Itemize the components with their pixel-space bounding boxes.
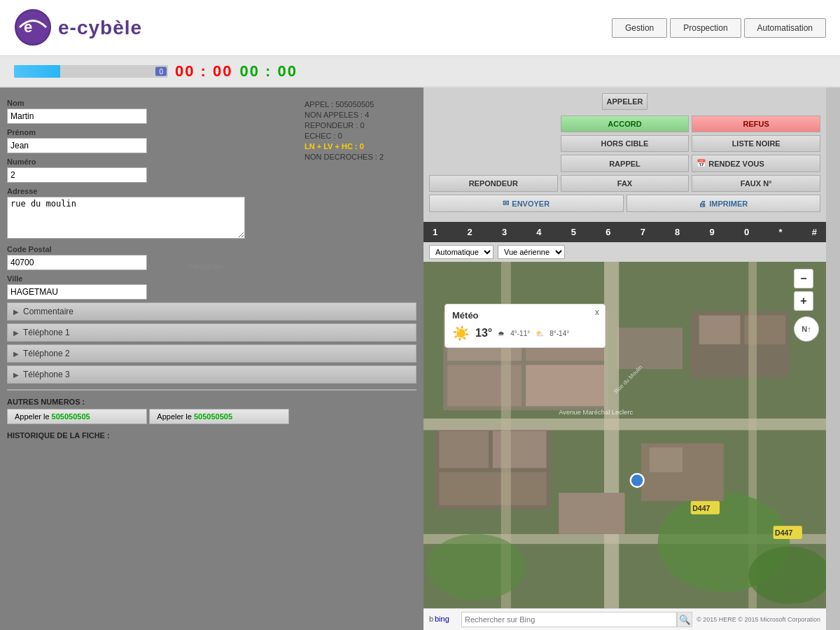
- repondeur-button[interactable]: REPONDEUR: [429, 175, 558, 192]
- nav-buttons: Gestion Prospection Automatisation: [612, 18, 826, 38]
- accordion-arrow: ▶: [13, 308, 19, 316]
- ville-label: Ville: [7, 274, 298, 283]
- call-button-1[interactable]: Appeler le 505050505: [7, 409, 147, 424]
- vue-select[interactable]: Vue aérienne: [498, 245, 565, 259]
- svg-text:b: b: [429, 615, 433, 623]
- stat-non-appeles: NON APPELES : 4: [304, 111, 416, 119]
- imprimer-button[interactable]: 🖨 IMPRIMER: [626, 195, 821, 212]
- call2-prefix: Appeler le: [157, 412, 192, 421]
- far-right-panel: [826, 88, 840, 630]
- map-bottom: bbing 🔍 © 2015 HERE © 2015 Microsoft Cor…: [424, 608, 826, 630]
- numpad-key-2[interactable]: 2: [463, 225, 475, 239]
- action-grid-accord-refus: ACCORD REFUS: [429, 115, 820, 132]
- accordion-telephone3-label: Téléphone 3: [23, 370, 70, 379]
- accordion-telephone1-label: Téléphone 1: [23, 328, 70, 337]
- timer-red: 00 : 00: [175, 62, 233, 80]
- bing-search-button[interactable]: 🔍: [677, 612, 692, 627]
- progress-bar: 0: [14, 65, 168, 78]
- numpad-key-3[interactable]: 3: [498, 225, 510, 239]
- geocoder-button[interactable]: Géocoder: [189, 262, 223, 270]
- stat-non-decroche: NON DECROCHES : 2: [304, 153, 416, 161]
- accordion-commentaire[interactable]: ▶ Commentaire: [7, 302, 416, 321]
- numero-label: Numéro: [7, 158, 298, 166]
- accord-button[interactable]: ACCORD: [561, 115, 690, 132]
- map-controls: − + N↑: [794, 269, 819, 342]
- liste-noire-button[interactable]: LISTE NOIRE: [692, 135, 820, 152]
- numpad-key-hash[interactable]: #: [808, 225, 820, 239]
- envelope-icon: ✉: [503, 199, 509, 208]
- numpad-key-6[interactable]: 6: [602, 225, 614, 239]
- rappel-button[interactable]: RAPPEL: [561, 155, 690, 172]
- numpad-key-0[interactable]: 0: [741, 225, 752, 239]
- bing-search-input[interactable]: [461, 612, 677, 627]
- prenom-input[interactable]: [7, 138, 147, 153]
- forecast1-icon: 🌧: [498, 330, 505, 337]
- progress-fill: [14, 65, 60, 78]
- action-area: APPELER ACCORD REFUS HORS CIBLE LISTE NO…: [424, 88, 826, 222]
- svg-rect-14: [493, 431, 547, 468]
- accordion-telephone2-label: Téléphone 2: [23, 349, 70, 358]
- envoyer-row: ✉ ENVOYER 🖨 IMPRIMER: [429, 195, 820, 212]
- numpad-key-4[interactable]: 4: [533, 225, 545, 239]
- refus-button[interactable]: REFUS: [692, 115, 820, 132]
- logo-area: e e-cybèle: [14, 8, 142, 47]
- fax-button[interactable]: FAX: [561, 175, 690, 192]
- rendez-vous-button[interactable]: 📅 RENDEZ VOUS: [692, 155, 820, 172]
- svg-rect-13: [439, 431, 489, 468]
- accordion-telephone3[interactable]: ▶ Téléphone 3: [7, 365, 416, 384]
- form-grid: Nom Prénom Numéro Adresse rue du moulin …: [7, 94, 416, 300]
- adresse-input[interactable]: rue du moulin: [7, 197, 245, 239]
- weather-close-button[interactable]: x: [595, 307, 599, 317]
- form-left: Nom Prénom Numéro Adresse rue du moulin …: [7, 94, 298, 300]
- numpad-key-5[interactable]: 5: [568, 225, 580, 239]
- search-bar: 🔍: [461, 612, 692, 627]
- svg-text:Avenue Maréchal Leclerc: Avenue Maréchal Leclerc: [559, 408, 633, 416]
- calendar-icon: 📅: [696, 159, 706, 168]
- accordion-arrow3: ▶: [13, 371, 19, 379]
- faux-n-button[interactable]: FAUX N°: [692, 175, 820, 192]
- left-panel: Nom Prénom Numéro Adresse rue du moulin …: [0, 88, 424, 630]
- nav-prospection[interactable]: Prospection: [670, 18, 741, 38]
- numpad-key-star[interactable]: *: [775, 225, 785, 239]
- current-temp: 13°: [475, 327, 492, 340]
- stat-echec: ECHEC : 0: [304, 132, 416, 140]
- numpad-key-9[interactable]: 9: [706, 225, 718, 239]
- hors-cible-button[interactable]: HORS CIBLE: [561, 135, 690, 152]
- progress-badge: 0: [155, 66, 167, 76]
- code-postal-input[interactable]: [7, 255, 147, 270]
- autres-numeros-label: AUTRES NUMEROS :: [7, 398, 416, 406]
- svg-rect-15: [439, 472, 546, 505]
- appeler-button[interactable]: APPELER: [602, 93, 648, 110]
- auto-select[interactable]: Automatique: [429, 245, 493, 259]
- action-grid-rappel: RAPPEL 📅 RENDEZ VOUS: [429, 155, 820, 172]
- accordion-telephone1[interactable]: ▶ Téléphone 1: [7, 323, 416, 342]
- call-button-2[interactable]: Appeler le 505050505: [149, 409, 289, 424]
- printer-icon: 🖨: [699, 200, 706, 208]
- svg-rect-8: [617, 328, 682, 369]
- zoom-out-button[interactable]: −: [794, 269, 813, 288]
- logo-text: e-cybèle: [58, 17, 142, 39]
- weather-row: ☀️ 13° 🌧 4°-11° ⛅ 8°-14°: [452, 325, 598, 342]
- nom-label: Nom: [7, 99, 298, 107]
- map-toolbar: Automatique Vue aérienne: [424, 242, 826, 262]
- copyright-text: © 2015 HERE © 2015 Microsoft Corporation: [696, 616, 820, 623]
- nom-input[interactable]: [7, 108, 147, 124]
- numero-input[interactable]: [7, 167, 147, 183]
- accordion-telephone2[interactable]: ▶ Téléphone 2: [7, 344, 416, 363]
- weather-forecast: 🌧 4°-11° ⛅ 8°-14°: [498, 330, 569, 337]
- action-grid-repondeur: REPONDEUR FAX FAUX N°: [429, 175, 820, 192]
- svg-rect-16: [604, 262, 619, 608]
- svg-text:D447: D447: [692, 504, 710, 512]
- ville-input[interactable]: [7, 284, 147, 300]
- numpad-key-1[interactable]: 1: [429, 225, 441, 239]
- stat-appel: APPEL : 505050505: [304, 100, 416, 108]
- envoyer-button[interactable]: ✉ ENVOYER: [429, 195, 624, 212]
- numpad-key-8[interactable]: 8: [671, 225, 683, 239]
- map-area: Avenue Maréchal Leclerc Rue du Moulin D4…: [424, 262, 826, 608]
- nav-gestion[interactable]: Gestion: [612, 18, 667, 38]
- bing-logo: bbing: [429, 613, 457, 626]
- zoom-in-button[interactable]: +: [794, 291, 813, 311]
- numpad-key-7[interactable]: 7: [637, 225, 649, 239]
- header: e e-cybèle Gestion Prospection Automatis…: [0, 0, 840, 56]
- nav-automatisation[interactable]: Automatisation: [744, 18, 826, 38]
